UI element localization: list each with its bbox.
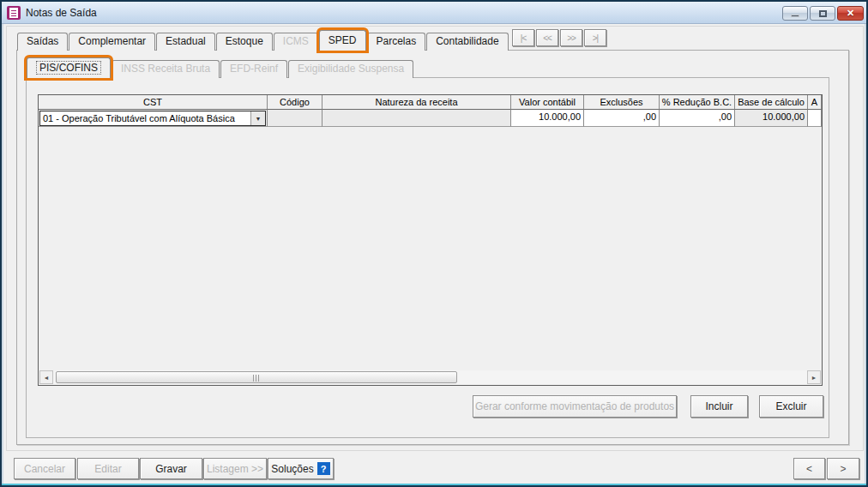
- tab-exigibilidade-suspensa[interactable]: Exigibilidade Suspensa: [288, 60, 413, 78]
- col-header-exclusoes: Exclusões: [584, 95, 660, 110]
- tab-icms[interactable]: ICMS: [274, 33, 318, 51]
- editar-button[interactable]: Editar: [77, 458, 139, 479]
- tab-saidas[interactable]: Saídas: [17, 33, 68, 51]
- solucoes-button[interactable]: Soluções ?: [268, 458, 334, 479]
- notas-de-saida-window: Notas de Saída ✕ |< << >> >| Saídas Comp…: [0, 0, 868, 487]
- gravar-button[interactable]: Gravar: [140, 458, 202, 479]
- tab-estoque[interactable]: Estoque: [216, 33, 273, 51]
- pager-prev-button[interactable]: <: [793, 458, 825, 479]
- sped-sub-tab-strip: PIS/COFINS INSS Receita Bruta EFD-Reinf …: [27, 57, 414, 78]
- tab-efd-reinf[interactable]: EFD-Reinf: [220, 60, 287, 78]
- tab-estadual[interactable]: Estadual: [156, 33, 215, 51]
- col-header-reducao-bc: % Redução B.C.: [660, 95, 735, 110]
- cell-valor-contabil[interactable]: 10.000,00: [511, 110, 584, 127]
- solucoes-label: Soluções: [271, 463, 313, 475]
- scrollbar-thumb[interactable]: [56, 371, 457, 383]
- close-icon: ✕: [847, 8, 854, 19]
- col-header-aliquota-clipped: A: [808, 95, 822, 110]
- tab-pis-cofins[interactable]: PIS/COFINS: [27, 57, 111, 78]
- record-last-button[interactable]: >|: [584, 29, 606, 46]
- title-bar[interactable]: Notas de Saída ✕: [2, 2, 866, 24]
- scroll-right-button[interactable]: ►: [807, 370, 821, 384]
- col-header-natureza: Natureza da receita: [322, 95, 511, 110]
- cst-combobox[interactable]: 01 - Operação Tributável com Alíquota Bá…: [39, 111, 266, 126]
- incluir-button[interactable]: Incluir: [690, 395, 748, 418]
- tab-parcelas[interactable]: Parcelas: [367, 33, 426, 51]
- cst-combobox-value: 01 - Operação Tributável com Alíquota Bá…: [40, 111, 250, 125]
- cell-cst: 01 - Operação Tributável com Alíquota Bá…: [39, 110, 268, 127]
- cell-reducao-bc[interactable]: ,00: [660, 110, 735, 127]
- cell-natureza[interactable]: [322, 110, 511, 127]
- cell-codigo[interactable]: [268, 110, 322, 127]
- grid-header-row: CST Código Natureza da receita Valor con…: [39, 95, 822, 110]
- tab-pis-cofins-label: PIS/COFINS: [36, 61, 101, 75]
- record-next-button[interactable]: >>: [560, 29, 582, 46]
- cancelar-button[interactable]: Cancelar: [14, 458, 75, 479]
- pis-cofins-grid: CST Código Natureza da receita Valor con…: [38, 94, 823, 386]
- record-prev-button[interactable]: <<: [536, 29, 558, 46]
- app-icon: [7, 6, 21, 20]
- help-icon: ?: [317, 462, 330, 475]
- close-button[interactable]: ✕: [837, 6, 864, 21]
- cell-base-calculo: 10.000,00: [735, 110, 808, 127]
- scroll-left-icon: ◄: [44, 375, 50, 381]
- listagem-button[interactable]: Listagem >>: [203, 458, 267, 479]
- scroll-right-icon: ►: [811, 375, 817, 381]
- cell-aliquota-clipped[interactable]: [808, 110, 822, 127]
- excluir-button[interactable]: Excluir: [759, 395, 823, 418]
- scrollbar-grip-icon: [253, 375, 260, 382]
- maximize-button[interactable]: [810, 6, 835, 21]
- col-header-cst: CST: [39, 95, 268, 110]
- minimize-button[interactable]: [782, 6, 808, 21]
- pager-next-button[interactable]: >: [827, 458, 859, 479]
- maximize-icon: [819, 10, 827, 17]
- window-title: Notas de Saída: [26, 7, 97, 19]
- chevron-down-icon: ▼: [256, 116, 262, 122]
- cst-dropdown-button[interactable]: ▼: [250, 111, 265, 125]
- tab-inss-receita-bruta[interactable]: INSS Receita Bruta: [112, 60, 220, 78]
- tab-contabilidade[interactable]: Contabilidade: [426, 33, 508, 51]
- col-header-valor-contabil: Valor contábil: [511, 95, 584, 110]
- tab-complementar[interactable]: Complementar: [69, 33, 155, 51]
- record-first-button[interactable]: |<: [512, 29, 534, 46]
- minimize-icon: [791, 15, 799, 17]
- cell-exclusoes[interactable]: ,00: [584, 110, 660, 127]
- main-tab-strip: Saídas Complementar Estadual Estoque ICM…: [17, 30, 509, 51]
- tab-sped[interactable]: SPED: [319, 30, 366, 51]
- col-header-base-calculo: Base de cálculo: [735, 95, 808, 110]
- gerar-movimentacao-button[interactable]: Gerar conforme movimentação de produtos: [473, 395, 677, 418]
- col-header-codigo: Código: [268, 95, 322, 110]
- scroll-left-button[interactable]: ◄: [39, 370, 53, 384]
- grid-data-row: 01 - Operação Tributável com Alíquota Bá…: [39, 110, 822, 127]
- horizontal-scrollbar[interactable]: ◄ ►: [39, 370, 821, 384]
